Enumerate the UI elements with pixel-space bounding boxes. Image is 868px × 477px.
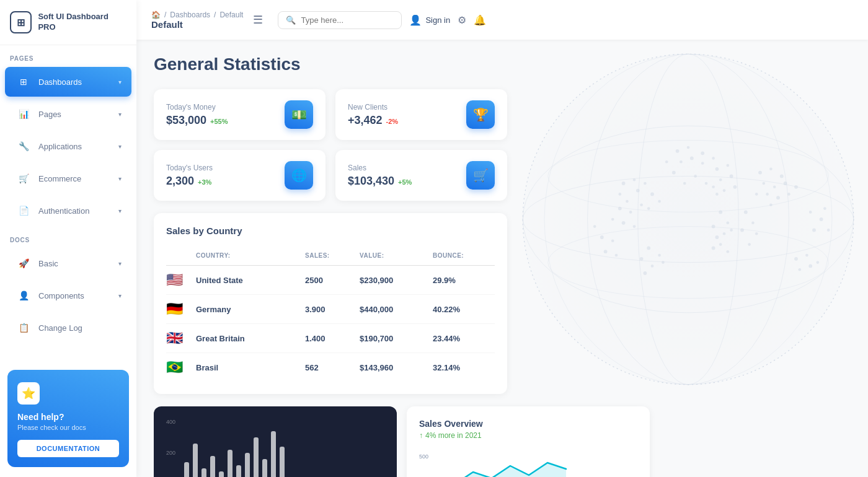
notifications-icon[interactable]: 🔔 bbox=[474, 14, 486, 26]
chevron-down-icon: ▾ bbox=[118, 79, 122, 85]
svg-point-5 bbox=[548, 227, 828, 299]
svg-point-1 bbox=[523, 54, 854, 385]
svg-point-48 bbox=[766, 193, 769, 196]
svg-point-37 bbox=[730, 229, 733, 232]
settings-icon[interactable]: ⚙ bbox=[458, 14, 466, 26]
stat-info-clients: New Clients +3,462-2% bbox=[348, 103, 398, 127]
sales-overview-card: Sales Overview ↑ 4% more in 2021 500 400 bbox=[407, 406, 650, 477]
country-name-germany: Germany bbox=[196, 305, 300, 314]
sign-in-action[interactable]: 👤 Sign in bbox=[409, 14, 450, 26]
table-row: 🇬🇧 Great Britain 1.400 $190,700 23.44% bbox=[166, 324, 495, 353]
home-icon[interactable]: 🏠 bbox=[151, 11, 161, 19]
sidebar-item-pages[interactable]: 📊 Pages ▾ bbox=[5, 99, 131, 129]
sidebar-section-pages: PAGES bbox=[0, 45, 136, 66]
value-germany: $440,000 bbox=[360, 305, 428, 314]
person-icon: 👤 bbox=[409, 14, 422, 26]
svg-point-38 bbox=[715, 235, 719, 239]
help-card: ⭐ Need help? Please check our docs DOCUM… bbox=[7, 370, 129, 467]
svg-point-28 bbox=[712, 185, 715, 188]
col-header-sales: Sales: bbox=[305, 252, 355, 259]
svg-point-13 bbox=[626, 200, 629, 203]
sidebar-item-changelog[interactable]: 📋 Change Log bbox=[5, 313, 131, 343]
bar bbox=[236, 465, 241, 477]
sidebar-item-dashboards[interactable]: ⊞ Dashboards ▾ bbox=[5, 67, 131, 97]
search-input[interactable] bbox=[301, 15, 394, 25]
changelog-icon: 📋 bbox=[15, 319, 32, 336]
sidebar-item-ecommerce[interactable]: 🛒 Ecommerce ▾ bbox=[5, 164, 131, 193]
svg-point-86 bbox=[665, 160, 668, 164]
menu-icon[interactable]: ☰ bbox=[253, 13, 263, 27]
svg-point-39 bbox=[719, 243, 722, 246]
breadcrumb-dashboards[interactable]: Dashboards bbox=[170, 11, 210, 19]
sidebar-item-label: Ecommerce bbox=[38, 174, 112, 183]
stat-icon-users: 🌐 bbox=[285, 161, 313, 190]
svg-point-31 bbox=[715, 193, 719, 196]
svg-point-45 bbox=[762, 182, 765, 185]
search-box[interactable]: 🔍 bbox=[278, 11, 402, 29]
sidebar-item-label: Basic bbox=[38, 259, 112, 268]
svg-point-76 bbox=[809, 211, 812, 214]
stat-badge-users: +3% bbox=[198, 178, 211, 186]
svg-point-12 bbox=[636, 189, 640, 193]
svg-point-79 bbox=[812, 229, 816, 232]
bar-chart bbox=[184, 419, 285, 477]
svg-point-19 bbox=[647, 207, 650, 210]
sales-by-country-card: Sales by Country Country: Sales: Value: … bbox=[154, 213, 507, 394]
bar-chart-card: 400 200 0 bbox=[154, 406, 397, 477]
svg-point-62 bbox=[808, 265, 812, 268]
stat-value-money: $53,000+55% bbox=[166, 114, 228, 127]
svg-marker-91 bbox=[436, 463, 566, 477]
app-name: Soft UI Dashboard PRO bbox=[38, 12, 126, 33]
stat-label-sales: Sales bbox=[348, 164, 412, 172]
svg-point-68 bbox=[672, 171, 676, 175]
sidebar-item-label: Change Log bbox=[38, 323, 122, 333]
svg-point-4 bbox=[548, 140, 828, 212]
sidebar-item-authentication[interactable]: 📄 Authentication ▾ bbox=[5, 196, 131, 225]
svg-point-20 bbox=[658, 200, 661, 203]
help-star-icon: ⭐ bbox=[17, 382, 40, 405]
breadcrumb-sep1: / bbox=[164, 11, 166, 19]
svg-point-3 bbox=[523, 126, 854, 313]
bar bbox=[245, 453, 250, 477]
sidebar-item-applications[interactable]: 🔧 Applications ▾ bbox=[5, 131, 131, 161]
stat-info-sales: Sales $103,430+5% bbox=[348, 164, 412, 188]
svg-point-32 bbox=[705, 182, 708, 185]
stat-label-clients: New Clients bbox=[348, 103, 398, 112]
svg-point-66 bbox=[690, 157, 694, 160]
documentation-button[interactable]: DOCUMENTATION bbox=[17, 440, 119, 457]
topbar: 🏠 / Dashboards / Default Default ☰ 🔍 👤 S… bbox=[136, 0, 868, 40]
help-subtitle: Please check our docs bbox=[17, 424, 119, 431]
svg-point-81 bbox=[600, 235, 604, 239]
svg-point-90 bbox=[712, 157, 715, 160]
chevron-down-icon: ▾ bbox=[118, 111, 122, 118]
sidebar-item-components[interactable]: 👤 Components ▾ bbox=[5, 281, 131, 310]
stat-info-users: Today's Users 2,300+3% bbox=[166, 164, 213, 188]
value-gb: $190,700 bbox=[360, 334, 428, 343]
svg-point-2 bbox=[523, 176, 854, 262]
stat-badge-sales: +5% bbox=[398, 178, 412, 186]
applications-icon: 🔧 bbox=[15, 138, 32, 155]
bottom-row: 400 200 0 Sales Overview ↑ 4% more in 20… bbox=[154, 406, 650, 477]
svg-point-46 bbox=[773, 185, 776, 188]
svg-point-41 bbox=[712, 247, 715, 250]
svg-point-14 bbox=[644, 182, 647, 185]
sidebar-item-label: Authentication bbox=[38, 206, 112, 216]
svg-point-70 bbox=[683, 182, 686, 185]
bar-group bbox=[184, 462, 189, 477]
svg-point-89 bbox=[701, 151, 704, 155]
svg-point-57 bbox=[651, 265, 654, 268]
sidebar-item-basic[interactable]: 🚀 Basic ▾ bbox=[5, 248, 131, 278]
logo-icon: ⊞ bbox=[10, 11, 32, 33]
svg-point-74 bbox=[755, 232, 758, 235]
svg-point-83 bbox=[593, 225, 596, 228]
stat-icon-money: 💵 bbox=[285, 100, 313, 129]
svg-point-8 bbox=[544, 54, 832, 385]
bar-group bbox=[245, 453, 250, 477]
stat-card-money: Today's Money $53,000+55% 💵 bbox=[154, 89, 326, 140]
chart-y-axis: 400 200 0 bbox=[166, 419, 175, 477]
svg-point-50 bbox=[755, 193, 758, 196]
sidebar-section-docs: DOCS bbox=[0, 227, 136, 247]
svg-point-43 bbox=[769, 167, 773, 170]
svg-point-88 bbox=[687, 146, 690, 149]
bar bbox=[262, 459, 267, 477]
